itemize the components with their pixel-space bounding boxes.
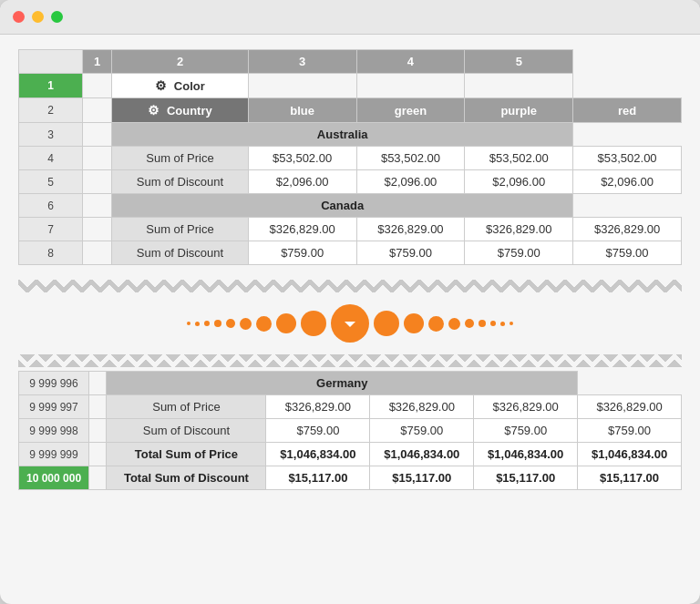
total-sum-discount-green: $15,117.00 (370, 466, 474, 490)
germany-price-col1 (89, 395, 107, 419)
canada-sum-discount-green: $759.00 (356, 241, 465, 265)
germany-sum-price-purple: $326,829.00 (474, 395, 578, 419)
zigzag-top (18, 280, 682, 292)
scroll-down-button[interactable] (331, 304, 369, 343)
row-num-cell: 5 (19, 170, 83, 194)
scroll-dot (276, 313, 296, 333)
germany-sum-discount-blue: $759.00 (266, 419, 370, 443)
canada-sum-discount-purple: $759.00 (465, 241, 573, 265)
sum-discount-purple: $2,096.00 (465, 170, 573, 194)
scroll-dot (214, 320, 221, 327)
row-num-cell: 8 (19, 241, 83, 265)
close-button[interactable] (13, 11, 25, 23)
germany-sum-discount-label: Sum of Discount (107, 419, 266, 443)
canada-sum-discount-red: $759.00 (573, 241, 682, 265)
sum-price-red: $53,502.00 (573, 147, 682, 170)
germany-discount-col1 (89, 419, 107, 443)
dots-container (18, 304, 682, 343)
row-1-col4 (356, 74, 465, 98)
table-row: 9 999 998 Sum of Discount $759.00 $759.0… (19, 419, 682, 443)
row-7-col1 (83, 218, 112, 241)
country-label: Country (167, 104, 212, 118)
canada-header: Canada (112, 194, 573, 218)
table-row: 5 Sum of Discount $2,096.00 $2,096.00 $2… (19, 170, 682, 194)
germany-sum-discount-red: $759.00 (578, 419, 682, 443)
col-num-header (19, 50, 83, 74)
row-num-cell: 6 (19, 194, 83, 218)
scroll-dot (374, 311, 399, 336)
col-5-header: 5 (465, 50, 573, 74)
scroll-dot (404, 313, 424, 333)
germany-col1 (89, 372, 107, 395)
spreadsheet-bottom: 9 999 996 Germany 9 999 997 Sum of Price… (18, 371, 682, 490)
total-discount-col1 (89, 466, 107, 490)
table-row: 7 Sum of Price $326,829.00 $326,829.00 $… (19, 218, 682, 241)
blue-header: blue (248, 98, 356, 123)
sum-discount-label: Sum of Discount (112, 170, 249, 194)
scroll-dot (500, 322, 505, 326)
canada-sum-price-label: Sum of Price (112, 218, 249, 241)
sum-discount-blue: $2,096.00 (248, 170, 356, 194)
sum-discount-red: $2,096.00 (573, 170, 682, 194)
row-num-cell: 10 000 000 (19, 466, 89, 490)
canada-sum-price-purple: $326,829.00 (465, 218, 573, 241)
table-row: 1 ⚙ Color (19, 74, 682, 98)
table-row: 9 999 999 Total Sum of Price $1,046,834.… (19, 443, 682, 466)
scroll-dot (256, 316, 272, 332)
sum-discount-green: $2,096.00 (356, 170, 465, 194)
row-num-cell: 1 (19, 74, 83, 98)
scroll-dot (226, 319, 235, 328)
color-header-cell[interactable]: ⚙ Color (112, 74, 249, 98)
scroll-dot (448, 318, 460, 330)
spreadsheet-content: 1 2 3 4 5 1 ⚙ Color (0, 35, 700, 280)
scroll-dot (187, 322, 190, 325)
total-sum-discount-blue: $15,117.00 (266, 466, 370, 490)
col-3-header: 3 (248, 50, 356, 74)
scroll-section (18, 280, 682, 367)
row-1-col3 (248, 74, 356, 98)
row-2-col1 (83, 98, 112, 123)
table-row: 9 999 997 Sum of Price $326,829.00 $326,… (19, 395, 682, 419)
gear-icon: ⚙ (155, 78, 167, 93)
row-6-col1 (83, 194, 112, 218)
total-sum-price-green: $1,046,834.00 (370, 443, 474, 466)
row-1-col1 (83, 74, 112, 98)
table-row: 10 000 000 Total Sum of Discount $15,117… (19, 466, 682, 490)
minimize-button[interactable] (32, 11, 44, 23)
scroll-dot (240, 318, 252, 330)
sum-price-label: Sum of Price (112, 147, 249, 170)
total-sum-discount-purple: $15,117.00 (474, 466, 578, 490)
spreadsheet-bottom-content: 9 999 996 Germany 9 999 997 Sum of Price… (0, 367, 700, 505)
total-sum-discount-red: $15,117.00 (578, 466, 682, 490)
germany-sum-price-blue: $326,829.00 (266, 395, 370, 419)
total-sum-price-blue: $1,046,834.00 (266, 443, 370, 466)
spreadsheet-top: 1 2 3 4 5 1 ⚙ Color (18, 49, 682, 265)
total-sum-discount-label: Total Sum of Discount (107, 466, 266, 490)
total-sum-price-red: $1,046,834.00 (578, 443, 682, 466)
row-1-col5 (465, 74, 573, 98)
zigzag-bottom (18, 354, 682, 367)
table-row: 3 Australia (19, 123, 682, 147)
sum-price-purple: $53,502.00 (465, 147, 573, 170)
titlebar (0, 0, 700, 35)
canada-sum-discount-blue: $759.00 (248, 241, 356, 265)
australia-header: Australia (112, 123, 573, 147)
germany-header: Germany (107, 372, 578, 395)
canada-sum-price-green: $326,829.00 (356, 218, 465, 241)
total-sum-price-purple: $1,046,834.00 (474, 443, 578, 466)
col-2-header: 2 (112, 50, 249, 74)
purple-header: purple (465, 98, 573, 123)
maximize-button[interactable] (51, 11, 63, 23)
sum-price-green: $53,502.00 (356, 147, 465, 170)
sum-price-blue: $53,502.00 (248, 147, 356, 170)
scroll-indicator (18, 292, 682, 354)
scroll-dot (204, 321, 210, 326)
red-header: red (573, 98, 682, 123)
scroll-dot (301, 311, 326, 336)
row-num-cell: 9 999 997 (19, 395, 89, 419)
row-3-col1 (83, 123, 112, 147)
table-row: 2 ⚙ Country blue green purple red (19, 98, 682, 123)
col-1-header: 1 (83, 50, 112, 74)
germany-sum-price-green: $326,829.00 (370, 395, 474, 419)
scroll-dot (465, 319, 474, 328)
